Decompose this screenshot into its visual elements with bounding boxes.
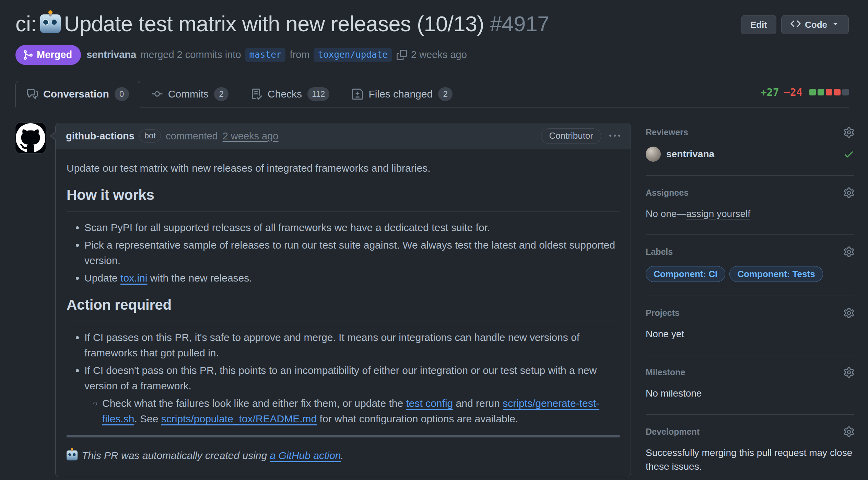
list-item: If CI doesn't pass on this PR, this poin… [84, 363, 620, 426]
assignees-gear-icon[interactable] [844, 187, 854, 198]
reviewers-section: Reviewers sentrivana [646, 123, 854, 176]
pr-title-prefix: ci: [15, 12, 37, 36]
diffstat-block-deleted [826, 89, 832, 95]
tabs: Conversation 0 Commits 2 Checks 112 File… [15, 81, 464, 107]
pr-meta-row: Merged sentrivana merged 2 commits into … [15, 45, 849, 65]
diffstat-blocks [809, 89, 849, 95]
development-gear-icon[interactable] [844, 426, 854, 437]
tab-files-changed[interactable]: Files changed 2 [341, 81, 464, 107]
divider [67, 435, 620, 437]
git-merge-icon [22, 49, 33, 60]
conversation-count: 0 [115, 87, 129, 101]
diffstat-block-deleted [834, 89, 841, 95]
comment-header: github-actions bot commented 2 weeks ago… [56, 123, 631, 149]
additions-count: +27 [761, 86, 779, 98]
labels-gear-icon[interactable] [844, 247, 854, 257]
code-dropdown-button[interactable]: Code [781, 15, 849, 34]
chevron-down-icon [831, 20, 840, 30]
reviewers-title: Reviewers [646, 127, 688, 137]
label-component-tests[interactable]: Component: Tests [729, 266, 823, 282]
edit-button[interactable]: Edit [741, 15, 776, 34]
comment-body: Update our test matrix with new releases… [56, 149, 631, 477]
checklist-icon [251, 89, 262, 100]
action-required-list: If CI passes on this PR, it's safe to ap… [67, 330, 620, 426]
how-it-works-list: Scan PyPI for all supported releases of … [67, 220, 620, 286]
sentrivana-avatar[interactable] [646, 147, 661, 162]
tab-checks[interactable]: Checks 112 [240, 81, 341, 107]
projects-empty: None yet [646, 327, 854, 341]
copy-branch-icon[interactable] [397, 50, 407, 60]
development-title: Development [646, 427, 700, 437]
milestone-title: Milestone [646, 367, 685, 377]
github-actions-avatar[interactable] [15, 123, 46, 153]
pr-title-row: ci:Update test matrix with new releases … [15, 10, 849, 37]
file-diff-icon [352, 89, 363, 100]
approved-check-icon [843, 149, 854, 160]
populate-tox-readme-link[interactable]: scripts/populate_tox/README.md [161, 413, 317, 424]
merge-meta-text: sentrivana merged 2 commits into master … [86, 48, 467, 62]
diffstat-block-neutral [842, 89, 849, 95]
code-icon [790, 19, 801, 31]
base-branch-label[interactable]: master [245, 48, 286, 62]
how-it-works-heading: How it works [67, 184, 620, 212]
deletions-count: −24 [784, 86, 802, 98]
github-action-link[interactable]: a GitHub action [270, 450, 341, 461]
header-actions: Edit Code [741, 15, 849, 34]
checks-count: 112 [307, 87, 329, 101]
tab-conversation[interactable]: Conversation 0 [15, 81, 140, 107]
robot-emoji-icon [67, 450, 78, 460]
reviewers-gear-icon[interactable] [844, 127, 854, 138]
projects-title: Projects [646, 308, 680, 318]
tab-commits[interactable]: Commits 2 [140, 81, 240, 107]
head-branch-label[interactable]: toxgen/update [314, 48, 392, 62]
comment-row: github-actions bot commented 2 weeks ago… [15, 123, 631, 477]
list-item: Update tox.ini with the new releases. [84, 270, 620, 286]
files-changed-count: 2 [438, 87, 453, 101]
comment-discussion-icon [27, 89, 38, 100]
comment-box: github-actions bot commented 2 weeks ago… [55, 123, 631, 477]
tox-ini-link[interactable]: tox.ini [120, 272, 147, 284]
label-component-ci[interactable]: Component: CI [646, 266, 725, 282]
nested-list: Check what the failures look like and ei… [84, 396, 620, 426]
development-text: Successfully merging this pull request m… [646, 446, 854, 474]
test-config-link[interactable]: test config [406, 398, 453, 409]
intro-paragraph: Update our test matrix with new releases… [67, 160, 620, 176]
comment-timestamp-link[interactable]: 2 weeks ago [223, 130, 279, 142]
merged-time: 2 weeks ago [411, 49, 467, 60]
assignees-empty: No one—assign yourself [646, 207, 854, 221]
reviewer-name-link[interactable]: sentrivana [666, 149, 714, 160]
milestone-section: Milestone No milestone [646, 355, 854, 415]
assign-yourself-link[interactable]: assign yourself [686, 208, 750, 219]
robot-emoji-icon [40, 14, 61, 33]
milestone-empty: No milestone [646, 387, 854, 401]
milestone-gear-icon[interactable] [844, 367, 854, 378]
diffstat-block-added [809, 89, 816, 95]
pr-page: ci:Update test matrix with new releases … [0, 0, 868, 480]
merged-state-badge: Merged [15, 45, 81, 65]
commented-word: commented [166, 130, 218, 142]
list-item: Pick a representative sample of releases… [84, 237, 620, 268]
projects-gear-icon[interactable] [844, 308, 854, 318]
development-section: Development Successfully merging this pu… [646, 415, 854, 480]
diffstat: +27 −24 [761, 86, 849, 107]
list-item: Check what the failures look like and ei… [102, 396, 620, 426]
pr-title: ci:Update test matrix with new releases … [15, 10, 549, 37]
github-octocat-icon [16, 123, 45, 153]
pr-title-text: Update test matrix with new releases (10… [64, 12, 484, 36]
assignees-section: Assignees No one—assign yourself [646, 176, 854, 235]
bot-badge: bot [139, 129, 161, 142]
comment-author-link[interactable]: github-actions [66, 130, 134, 142]
kebab-menu-icon[interactable] [609, 130, 620, 141]
auto-created-note: This PR was automatically created using … [67, 448, 620, 463]
action-required-heading: Action required [67, 294, 620, 321]
pr-sidebar: Reviewers sentrivana Assignees No one—as… [646, 123, 854, 480]
assignees-title: Assignees [646, 188, 689, 198]
git-commit-icon [152, 89, 163, 100]
pr-number: #4917 [490, 12, 549, 36]
merge-author-link[interactable]: sentrivana [86, 49, 136, 60]
labels-title: Labels [646, 247, 673, 257]
commits-count: 2 [214, 87, 228, 101]
contributor-badge[interactable]: Contributor [541, 128, 601, 144]
list-item: Scan PyPI for all supported releases of … [84, 220, 620, 235]
diffstat-block-added [818, 89, 824, 95]
